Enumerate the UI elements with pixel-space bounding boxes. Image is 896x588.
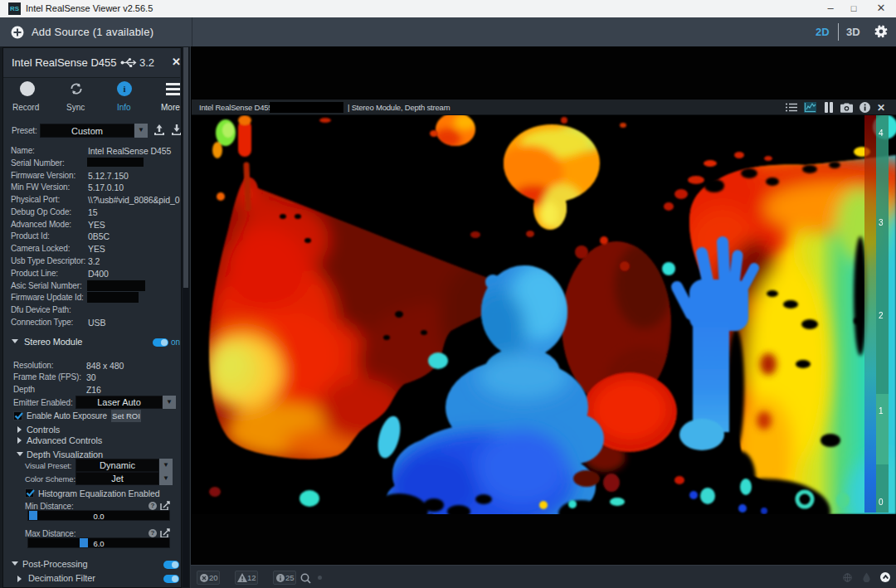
svg-text:0: 0 <box>879 498 884 507</box>
svg-text:1: 1 <box>879 406 884 415</box>
svg-text:4: 4 <box>879 129 884 138</box>
svg-text:2: 2 <box>879 311 884 320</box>
svg-text:3: 3 <box>879 218 884 227</box>
